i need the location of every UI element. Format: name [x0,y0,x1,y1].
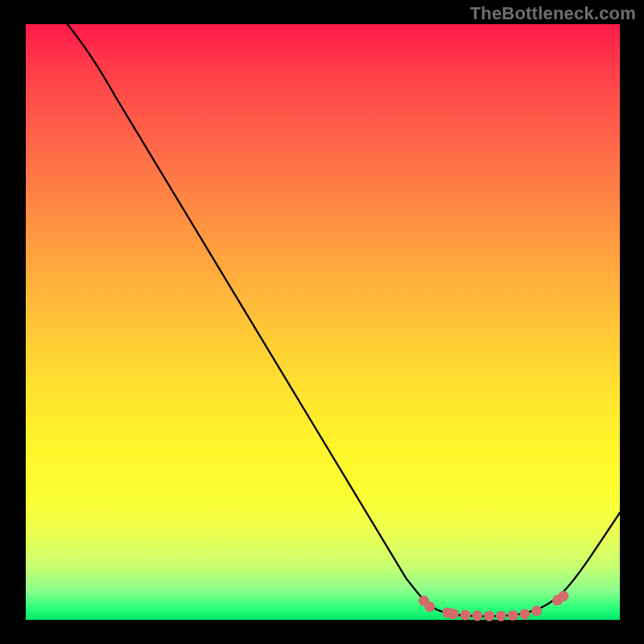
data-dot [508,610,518,621]
data-dot [448,609,459,619]
data-dot [484,611,494,621]
data-dot [496,611,506,621]
dots-group [419,591,568,621]
plot-area [26,24,620,620]
data-dot [519,609,530,619]
chart-container: TheBottleneck.com [0,0,644,644]
data-dot [460,610,471,621]
curve-group [68,24,620,621]
data-dot [531,605,542,616]
watermark-text: TheBottleneck.com [470,3,636,24]
curve-line [68,24,620,617]
chart-svg [26,24,620,620]
data-dot [472,610,482,621]
data-dot [558,591,568,601]
data-dot [424,601,435,612]
